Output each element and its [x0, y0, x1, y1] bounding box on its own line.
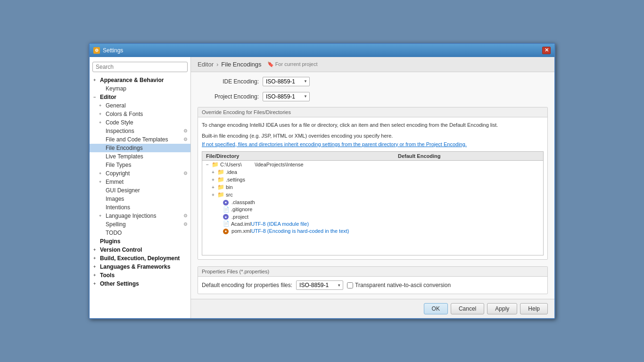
sidebar-item-todo[interactable]: TODO — [90, 229, 190, 237]
cancel-button[interactable]: Cancel — [451, 303, 484, 314]
sidebar-item-label: Colors & Fonts — [106, 111, 188, 117]
file-icon: 📄 — [223, 206, 230, 213]
sidebar-item-file-encodings[interactable]: File Encodings — [90, 144, 190, 152]
properties-section-header: Properties Files (*.properties) — [198, 267, 547, 277]
sidebar-item-label: File Types — [106, 162, 188, 168]
properties-section: Properties Files (*.properties) Default … — [198, 266, 548, 294]
tree-node-label: .gitignore — [231, 206, 252, 212]
settings-icon: ⚙ — [93, 47, 100, 54]
sidebar-item-inspections[interactable]: Inspections ⚙ — [90, 127, 190, 135]
sidebar-item-label: Language Injections — [106, 213, 182, 219]
tree-node-label: bin — [226, 184, 233, 190]
ide-encoding-value: ISO-8859-1 — [266, 78, 295, 85]
tree-toggle[interactable]: + — [212, 185, 217, 190]
native-to-ascii-text: Transparent native-to-ascii conversion — [355, 282, 451, 288]
title-bar: ⚙ Settings ✕ — [90, 44, 554, 57]
tree-toggle[interactable]: + — [212, 177, 217, 182]
sidebar-item-live-templates[interactable]: Live Templates — [90, 152, 190, 161]
sidebar-item-build-execution[interactable]: + Build, Execution, Deployment — [90, 254, 190, 263]
tree-toggle[interactable]: − — [206, 162, 212, 167]
tree-row[interactable]: 📄 .gitignore — [202, 206, 543, 213]
folder-icon: 📁 — [217, 191, 224, 198]
window-title: Settings — [103, 47, 123, 54]
sidebar-item-plugins[interactable]: Plugins — [90, 237, 190, 246]
tree-row[interactable]: + 📁 .settings — [202, 176, 543, 183]
file-tree-header: File/Directory Default Encoding — [202, 152, 543, 161]
sidebar-item-label: Inspections — [106, 128, 182, 134]
ok-button[interactable]: OK — [424, 303, 448, 314]
tree-node-label: C:\Users\ \IdeaProjects\Intense — [220, 162, 304, 167]
tree-toggle[interactable]: + — [212, 170, 217, 175]
sidebar-item-intentions[interactable]: Intentions — [90, 203, 190, 212]
panel-header: Editor › File Encodings 🔖 For current pr… — [191, 57, 554, 72]
right-panel: Editor › File Encodings 🔖 For current pr… — [191, 57, 554, 319]
search-input[interactable] — [92, 62, 188, 72]
tree-toggle[interactable]: + — [212, 192, 217, 197]
sidebar-item-languages-frameworks[interactable]: + Languages & Frameworks — [90, 263, 190, 271]
sidebar-item-appearance[interactable]: + Appearance & Behavior — [90, 76, 190, 84]
tree-row[interactable]: ● .classpath — [202, 198, 543, 206]
sidebar-item-code-style[interactable]: + Code Style — [90, 118, 190, 127]
col-encoding-header: Default Encoding — [398, 153, 539, 159]
tree-row[interactable]: ● .project — [202, 213, 543, 221]
tree-node-encoding: UTF-8 (Encoding is hard-coded in the tex… — [251, 228, 393, 234]
sidebar-item-keymap[interactable]: Keymap — [90, 84, 190, 93]
sidebar-item-file-code-templates[interactable]: File and Code Templates ⚙ — [90, 135, 190, 144]
settings-window: ⚙ Settings ✕ + Appearance & Behavior Key… — [89, 43, 555, 320]
folder-icon: 📁 — [217, 176, 224, 183]
expand-icon: + — [99, 120, 104, 125]
sidebar-item-label: Code Style — [106, 119, 188, 126]
sidebar-item-general[interactable]: + General — [90, 101, 190, 110]
project-icon: ● — [223, 214, 229, 220]
sidebar-item-label: Other Settings — [100, 280, 188, 287]
project-encoding-dropdown[interactable]: ISO-8859-1 — [263, 92, 310, 101]
tree-content: − 📁 C:\Users\ \IdeaProjects\Intense + — [202, 161, 543, 255]
sidebar-item-copyright[interactable]: + Copyright ⚙ — [90, 169, 190, 178]
expand-icon: + — [93, 256, 98, 261]
folder-icon: 📁 — [217, 184, 224, 190]
button-bar: OK Cancel Apply Help — [191, 299, 554, 318]
tree-row[interactable]: ● pom.xml UTF-8 (Encoding is hard-coded … — [202, 227, 543, 235]
sidebar-item-editor[interactable]: − Editor — [90, 93, 190, 101]
col-name-header: File/Directory — [206, 153, 398, 159]
properties-body: Default encoding for properties files: I… — [198, 277, 547, 294]
sidebar-item-label: GUI Designer — [106, 187, 188, 194]
sidebar-item-spelling[interactable]: Spelling ⚙ — [90, 220, 190, 229]
help-button[interactable]: Help — [520, 303, 548, 314]
ide-encoding-row: IDE Encoding: ISO-8859-1 — [198, 77, 548, 86]
close-button[interactable]: ✕ — [542, 47, 551, 54]
folder-icon: 📁 — [217, 169, 224, 175]
tree-row[interactable]: 📄 Acad.iml UTF-8 (IDEA module file) — [202, 220, 543, 227]
properties-encoding-dropdown[interactable]: ISO-8859-1 — [296, 280, 343, 290]
override-info-text-1: To change encoding IntelliJ IDEA uses fo… — [202, 122, 498, 128]
sidebar-item-version-control[interactable]: + Version Control — [90, 246, 190, 254]
sidebar-item-file-types[interactable]: File Types — [90, 161, 190, 169]
sidebar-item-gui-designer[interactable]: GUI Designer — [90, 186, 190, 195]
override-body: To change encoding IntelliJ IDEA uses fo… — [198, 117, 547, 260]
sidebar-item-other-settings[interactable]: + Other Settings — [90, 280, 190, 288]
native-to-ascii-label[interactable]: Transparent native-to-ascii conversion — [347, 282, 451, 288]
tree-row[interactable]: + 📁 src — [202, 191, 543, 198]
sidebar-item-label: TODO — [106, 230, 188, 236]
override-info-text-3: If not specified, files and directories … — [202, 141, 467, 147]
sidebar-item-label: Intentions — [106, 204, 188, 211]
tree-row[interactable]: + 📁 .idea — [202, 168, 543, 176]
expand-icon: − — [93, 95, 98, 99]
sidebar-item-tools[interactable]: + Tools — [90, 271, 190, 280]
native-to-ascii-checkbox[interactable] — [347, 282, 353, 288]
tree-row[interactable]: − 📁 C:\Users\ \IdeaProjects\Intense — [202, 161, 543, 168]
sidebar-item-label: Copyright — [106, 170, 182, 177]
sidebar-item-colors-fonts[interactable]: + Colors & Fonts — [90, 110, 190, 118]
expand-icon: + — [99, 112, 104, 116]
config-icon: ⚙ — [183, 222, 188, 227]
apply-button[interactable]: Apply — [487, 303, 517, 314]
sidebar-item-images[interactable]: Images — [90, 195, 190, 203]
tree-node-label: .project — [230, 214, 248, 220]
ide-encoding-dropdown[interactable]: ISO-8859-1 — [263, 77, 310, 86]
sidebar-item-label: Version Control — [100, 247, 188, 253]
tree-row[interactable]: + 📁 bin — [202, 183, 543, 191]
sidebar-item-label: Languages & Frameworks — [100, 263, 188, 270]
config-icon: ⚙ — [183, 137, 188, 142]
sidebar-item-language-injections[interactable]: + Language Injections ⚙ — [90, 212, 190, 220]
sidebar-item-emmet[interactable]: + Emmet — [90, 178, 190, 186]
